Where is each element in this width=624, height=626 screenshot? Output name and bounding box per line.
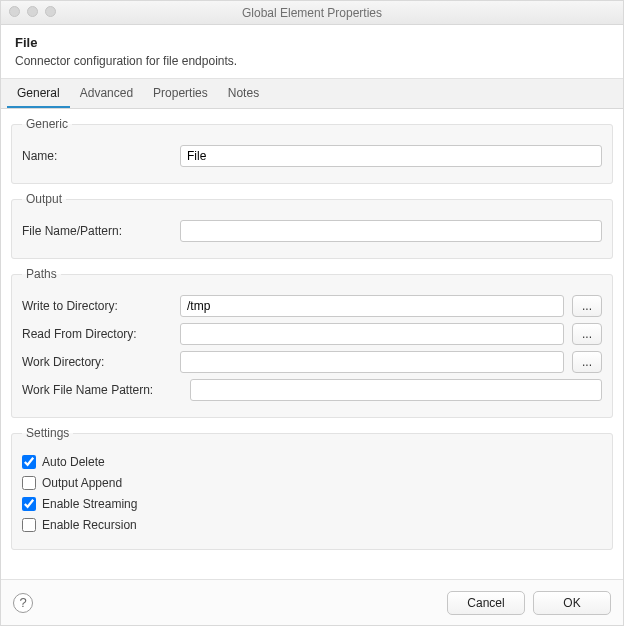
write-dir-label: Write to Directory:: [22, 299, 172, 313]
row-file-name-pattern: File Name/Pattern:: [22, 220, 602, 242]
help-glyph: ?: [19, 595, 26, 610]
minimize-icon[interactable]: [27, 6, 38, 17]
help-icon[interactable]: ?: [13, 593, 33, 613]
row-enable-streaming: Enable Streaming: [22, 497, 602, 511]
group-generic: Generic Name:: [11, 117, 613, 184]
row-auto-delete: Auto Delete: [22, 455, 602, 469]
name-input[interactable]: [180, 145, 602, 167]
group-output: Output File Name/Pattern:: [11, 192, 613, 259]
group-output-legend: Output: [22, 192, 66, 206]
titlebar: Global Element Properties: [1, 1, 623, 25]
row-work-file-pattern: Work File Name Pattern:: [22, 379, 602, 401]
dialog-footer: ? Cancel OK: [1, 579, 623, 625]
group-paths-legend: Paths: [22, 267, 61, 281]
enable-streaming-label: Enable Streaming: [42, 497, 137, 511]
read-dir-label: Read From Directory:: [22, 327, 172, 341]
write-dir-input[interactable]: [180, 295, 564, 317]
work-dir-input[interactable]: [180, 351, 564, 373]
row-read-dir: Read From Directory: ...: [22, 323, 602, 345]
file-name-pattern-label: File Name/Pattern:: [22, 224, 172, 238]
work-dir-label: Work Directory:: [22, 355, 172, 369]
group-paths: Paths Write to Directory: ... Read From …: [11, 267, 613, 418]
ok-button[interactable]: OK: [533, 591, 611, 615]
auto-delete-label: Auto Delete: [42, 455, 105, 469]
tab-properties[interactable]: Properties: [143, 79, 218, 108]
file-name-pattern-input[interactable]: [180, 220, 602, 242]
dialog-header: File Connector configuration for file en…: [1, 25, 623, 79]
tab-notes[interactable]: Notes: [218, 79, 269, 108]
output-append-label: Output Append: [42, 476, 122, 490]
work-dir-browse-button[interactable]: ...: [572, 351, 602, 373]
row-enable-recursion: Enable Recursion: [22, 518, 602, 532]
tabbar: General Advanced Properties Notes: [1, 79, 623, 109]
enable-recursion-checkbox[interactable]: [22, 518, 36, 532]
window-title: Global Element Properties: [1, 6, 623, 20]
header-description: Connector configuration for file endpoin…: [15, 54, 609, 68]
header-heading: File: [15, 35, 609, 50]
zoom-icon[interactable]: [45, 6, 56, 17]
cancel-button[interactable]: Cancel: [447, 591, 525, 615]
auto-delete-checkbox[interactable]: [22, 455, 36, 469]
group-settings-legend: Settings: [22, 426, 73, 440]
close-icon[interactable]: [9, 6, 20, 17]
group-settings: Settings Auto Delete Output Append Enabl…: [11, 426, 613, 550]
row-output-append: Output Append: [22, 476, 602, 490]
row-name: Name:: [22, 145, 602, 167]
dialog-window: Global Element Properties File Connector…: [0, 0, 624, 626]
row-work-dir: Work Directory: ...: [22, 351, 602, 373]
row-write-dir: Write to Directory: ...: [22, 295, 602, 317]
tab-advanced[interactable]: Advanced: [70, 79, 143, 108]
work-file-pattern-label: Work File Name Pattern:: [22, 383, 182, 397]
name-label: Name:: [22, 149, 172, 163]
output-append-checkbox[interactable]: [22, 476, 36, 490]
read-dir-input[interactable]: [180, 323, 564, 345]
tab-content: Generic Name: Output File Name/Pattern: …: [1, 109, 623, 579]
enable-streaming-checkbox[interactable]: [22, 497, 36, 511]
group-generic-legend: Generic: [22, 117, 72, 131]
write-dir-browse-button[interactable]: ...: [572, 295, 602, 317]
tab-general[interactable]: General: [7, 79, 70, 108]
work-file-pattern-input[interactable]: [190, 379, 602, 401]
read-dir-browse-button[interactable]: ...: [572, 323, 602, 345]
window-controls: [9, 6, 56, 17]
enable-recursion-label: Enable Recursion: [42, 518, 137, 532]
